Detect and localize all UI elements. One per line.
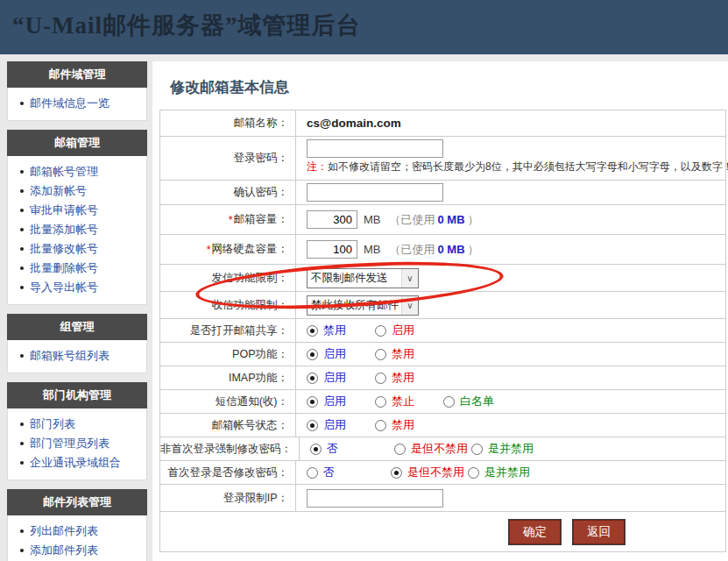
field-label: POP功能： bbox=[160, 343, 296, 366]
sidebar-item-dept-admin-list[interactable]: 部门管理员列表 bbox=[30, 436, 110, 451]
sidebar-section-title: 邮件列表管理 bbox=[7, 489, 147, 515]
bullet-icon bbox=[20, 209, 24, 212]
sidebar-item-account-group-list[interactable]: 邮箱账号组列表 bbox=[30, 348, 110, 364]
used-value: 0 MB bbox=[438, 213, 465, 226]
radio-option[interactable]: 启用 bbox=[375, 323, 414, 338]
radio-icon[interactable] bbox=[391, 467, 402, 479]
field-label: 邮箱名称： bbox=[160, 110, 296, 136]
receive-limit-select[interactable]: 禁此接收所有邮件 ∨ bbox=[307, 295, 419, 316]
sidebar-section-department: 部门机构管理 部门列表 部门管理员列表 企业通讯录域组合 bbox=[7, 382, 147, 480]
sidebar-item-batch-add[interactable]: 批量添加帐号 bbox=[30, 222, 98, 238]
sidebar-item-contacts-combo[interactable]: 企业通讯录域组合 bbox=[30, 455, 121, 471]
row-account-status: 邮箱帐号状态： 启用 禁用 bbox=[160, 414, 725, 437]
select-value: 禁此接收所有邮件 bbox=[307, 298, 399, 313]
field-label: 非首次登录强制修改密码： bbox=[160, 437, 300, 460]
radio-option[interactable]: 是并禁用 bbox=[471, 441, 534, 457]
radio-option[interactable]: 启用 bbox=[307, 370, 371, 386]
radio-icon[interactable] bbox=[375, 349, 386, 360]
note-mark: 注： bbox=[307, 160, 328, 173]
login-ip-input[interactable] bbox=[307, 489, 443, 508]
radio-option[interactable]: 禁用 bbox=[307, 323, 371, 338]
row-receive-limit: 收信功能限制： 禁此接收所有邮件 ∨ bbox=[160, 292, 725, 319]
select-value: 不限制邮件发送 bbox=[307, 271, 388, 286]
radio-option[interactable]: 白名单 bbox=[443, 394, 494, 409]
bullet-icon bbox=[20, 228, 24, 231]
sidebar-item-batch-modify[interactable]: 批量修改帐号 bbox=[30, 241, 98, 257]
radio-icon[interactable] bbox=[310, 444, 322, 455]
sidebar-section-group: 组管理 邮箱账号组列表 bbox=[7, 314, 147, 373]
radio-icon[interactable] bbox=[307, 420, 318, 431]
radio-icon[interactable] bbox=[307, 467, 318, 479]
login-password-input[interactable] bbox=[307, 139, 443, 158]
radio-option[interactable]: 是并禁用 bbox=[468, 465, 530, 480]
radio-option[interactable]: 禁止 bbox=[375, 394, 440, 409]
radio-option[interactable]: 否 bbox=[307, 465, 387, 480]
netdisk-quota-input[interactable] bbox=[307, 240, 357, 259]
list-item: 批量修改帐号 bbox=[17, 239, 141, 259]
radio-option[interactable]: 是但不禁用 bbox=[391, 465, 464, 480]
radio-option[interactable]: 否 bbox=[310, 441, 391, 457]
radio-option[interactable]: 禁用 bbox=[375, 346, 414, 362]
radio-icon[interactable] bbox=[375, 325, 386, 337]
sidebar-item-import-export[interactable]: 导入导出帐号 bbox=[30, 280, 98, 295]
radio-icon[interactable] bbox=[375, 420, 386, 431]
unit-label: MB bbox=[364, 243, 381, 256]
sidebar-section-mailbox: 邮箱管理 邮箱帐号管理 添加新帐号 审批申请帐号 批量添加帐号 批量修改帐号 批… bbox=[7, 130, 147, 305]
bullet-icon bbox=[20, 529, 24, 533]
sidebar-item-domain-info[interactable]: 邮件域信息一览 bbox=[30, 96, 110, 111]
bullet-icon bbox=[20, 549, 24, 552]
radio-option[interactable]: 启用 bbox=[307, 417, 371, 433]
radio-option[interactable]: 启用 bbox=[307, 394, 371, 409]
radio-option[interactable]: 启用 bbox=[307, 346, 371, 362]
list-item: 企业通讯录域组合 bbox=[17, 453, 141, 472]
list-item: 邮箱账号组列表 bbox=[17, 346, 141, 366]
sidebar-section-title: 部门机构管理 bbox=[7, 382, 147, 408]
mailbox-quota-input[interactable] bbox=[307, 210, 357, 229]
radio-icon[interactable] bbox=[471, 444, 483, 455]
sidebar-section-domain: 邮件域管理 邮件域信息一览 bbox=[7, 61, 147, 121]
sidebar-item-batch-delete[interactable]: 批量删除帐号 bbox=[30, 260, 98, 276]
sidebar-item-list-maillists[interactable]: 列出邮件列表 bbox=[30, 523, 98, 539]
radio-icon[interactable] bbox=[307, 373, 318, 384]
radio-icon[interactable] bbox=[375, 396, 386, 408]
radio-icon[interactable] bbox=[394, 444, 406, 455]
radio-icon[interactable] bbox=[307, 349, 318, 360]
row-send-limit: 发信功能限制： 不限制邮件发送 ∨ bbox=[160, 265, 725, 292]
confirm-button[interactable]: 确定 bbox=[509, 520, 561, 544]
radio-option[interactable]: 是但不禁用 bbox=[394, 441, 468, 457]
sidebar-section-title: 组管理 bbox=[7, 314, 147, 340]
sidebar-item-account-manage[interactable]: 邮箱帐号管理 bbox=[30, 164, 98, 180]
row-force-change-password: 非首次登录强制修改密码： 否 是但不禁用 是并禁用 bbox=[160, 437, 725, 461]
sidebar-section-title: 邮箱管理 bbox=[7, 130, 147, 156]
bullet-icon bbox=[20, 189, 24, 193]
radio-icon[interactable] bbox=[375, 373, 386, 384]
chevron-down-icon: ∨ bbox=[401, 296, 418, 315]
radio-icon[interactable] bbox=[468, 467, 479, 479]
radio-option[interactable]: 禁用 bbox=[375, 417, 414, 433]
back-button[interactable]: 返回 bbox=[573, 520, 625, 544]
row-login-password: 登录密码： 注：如不修改请留空；密码长度最少为8位，其中必须包括大写字母和小写字… bbox=[160, 137, 725, 181]
app-header: “U-Mail邮件服务器”域管理后台 bbox=[0, 0, 728, 54]
mailbox-name-value: cs@domain.com bbox=[307, 117, 401, 130]
sidebar-item-approve-account[interactable]: 审批申请帐号 bbox=[30, 202, 98, 218]
bullet-icon bbox=[20, 170, 24, 174]
radio-option[interactable]: 禁用 bbox=[375, 370, 414, 386]
radio-icon[interactable] bbox=[443, 396, 455, 408]
page-title: 修改邮箱基本信息 bbox=[170, 77, 726, 97]
unit-label: MB bbox=[364, 213, 381, 226]
field-label: *网络硬盘容量： bbox=[160, 235, 296, 264]
field-label: 邮箱帐号状态： bbox=[160, 414, 296, 437]
sidebar-item-dept-list[interactable]: 部门列表 bbox=[30, 416, 75, 432]
sidebar-item-add-account[interactable]: 添加新帐号 bbox=[30, 183, 87, 199]
used-close: ） bbox=[468, 242, 479, 258]
sidebar-item-add-maillist[interactable]: 添加邮件列表 bbox=[30, 543, 98, 558]
field-label: 收信功能限制： bbox=[160, 292, 296, 318]
required-star: * bbox=[229, 214, 233, 226]
radio-icon[interactable] bbox=[307, 325, 318, 337]
confirm-password-input[interactable] bbox=[307, 183, 443, 202]
send-limit-select[interactable]: 不限制邮件发送 ∨ bbox=[307, 268, 419, 288]
bullet-icon bbox=[20, 423, 24, 426]
list-item: 审批申请帐号 bbox=[17, 201, 141, 220]
main-content: 修改邮箱基本信息 邮箱名称： cs@domain.com 登录密码： 注：如不修… bbox=[152, 61, 728, 561]
radio-icon[interactable] bbox=[307, 396, 318, 408]
